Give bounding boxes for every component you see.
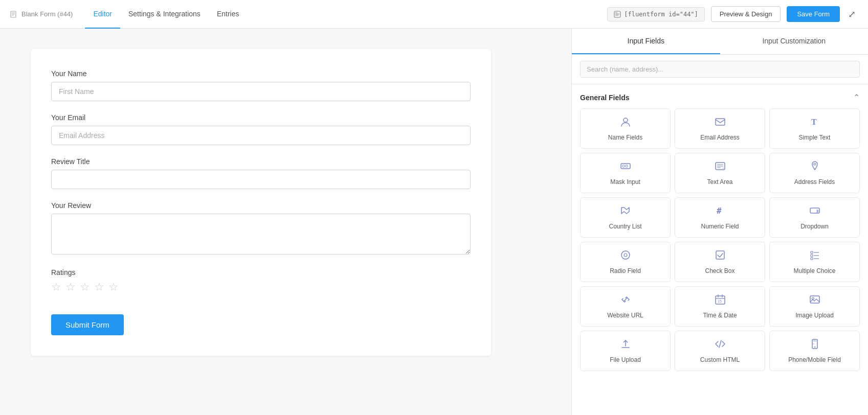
svg-rect-12 — [622, 165, 625, 167]
phone-field-label: Phone/Mobile Field — [788, 356, 841, 363]
nav-tabs: Editor Settings & Integrations Entries — [85, 0, 247, 29]
general-fields-title: General Fields — [580, 94, 629, 102]
website-url-label: Website URL — [607, 312, 643, 319]
star-5[interactable]: ☆ — [108, 281, 119, 294]
form-card: Your Name Your Email Review Title Your R… — [31, 49, 491, 356]
field-item-mask-input[interactable]: Mask Input — [580, 153, 671, 193]
top-nav: Blank Form (#44) Editor Settings & Integ… — [0, 0, 868, 29]
simple-text-icon: T — [809, 116, 820, 130]
mask-input-label: Mask Input — [610, 178, 640, 186]
field-item-country-list[interactable]: Country List — [580, 197, 671, 238]
field-item-address-fields[interactable]: Address Fields — [769, 153, 860, 193]
multiple-choice-label: Multiple Choice — [793, 267, 835, 274]
image-upload-icon — [809, 294, 820, 308]
tab-input-customization[interactable]: Input Customization — [720, 29, 869, 54]
star-4[interactable]: ☆ — [94, 281, 104, 294]
name-field-container: Your Name — [51, 70, 471, 101]
form-area: Your Name Your Email Review Title Your R… — [0, 29, 571, 415]
tab-editor[interactable]: Editor — [85, 0, 120, 29]
star-3[interactable]: ☆ — [80, 281, 90, 294]
panel-body: General Fields ⌃ Name Fields — [572, 84, 868, 415]
svg-point-37 — [812, 297, 814, 299]
field-item-email-address[interactable]: Email Address — [675, 108, 765, 149]
review-title-label: Review Title — [51, 157, 471, 166]
review-textarea[interactable] — [51, 214, 471, 255]
shortcode-icon — [614, 11, 621, 18]
field-item-image-upload[interactable]: Image Upload — [769, 286, 860, 327]
field-item-numeric-field[interactable]: # Numeric Field — [675, 197, 765, 238]
star-1[interactable]: ☆ — [51, 281, 61, 294]
main-layout: Your Name Your Email Review Title Your R… — [0, 29, 868, 415]
email-input[interactable] — [51, 126, 471, 145]
svg-line-30 — [624, 298, 627, 301]
brand: Blank Form (#44) — [10, 10, 73, 18]
expand-button[interactable]: ⤢ — [846, 7, 858, 22]
svg-point-21 — [621, 251, 630, 259]
field-item-check-box[interactable]: Check Box — [675, 242, 765, 282]
field-item-custom-html[interactable]: Custom HTML — [675, 331, 765, 371]
star-2[interactable]: ☆ — [65, 281, 76, 294]
phone-field-icon — [809, 338, 820, 352]
svg-text:15: 15 — [718, 299, 722, 303]
ratings-field-container: Ratings ☆ ☆ ☆ ☆ ☆ — [51, 268, 471, 294]
nav-actions: [fluentform id="44"] Preview & Design Sa… — [607, 6, 858, 22]
field-item-radio-field[interactable]: Radio Field — [580, 242, 671, 282]
field-item-text-area[interactable]: Text Area — [675, 153, 765, 193]
ratings-label: Ratings — [51, 268, 471, 276]
tab-settings[interactable]: Settings & Integrations — [120, 0, 209, 29]
field-item-phone-field[interactable]: Phone/Mobile Field — [769, 331, 860, 371]
brand-icon — [10, 10, 18, 18]
address-fields-icon — [809, 160, 820, 174]
svg-line-40 — [719, 340, 721, 348]
field-item-website-url[interactable]: Website URL — [580, 286, 671, 327]
svg-point-18 — [814, 163, 816, 165]
field-item-simple-text[interactable]: T Simple Text — [769, 108, 860, 149]
email-address-icon — [715, 116, 726, 130]
svg-rect-24 — [811, 251, 813, 253]
svg-rect-26 — [811, 255, 813, 257]
fields-grid: Name Fields Email Address — [580, 108, 860, 371]
submit-form-button[interactable]: Submit Form — [51, 314, 124, 335]
dropdown-icon — [809, 205, 820, 219]
tab-input-fields[interactable]: Input Fields — [572, 29, 720, 54]
panel-search-container — [572, 55, 868, 84]
name-input[interactable] — [51, 82, 471, 101]
preview-design-button[interactable]: Preview & Design — [711, 6, 781, 22]
name-fields-label: Name Fields — [608, 134, 642, 141]
radio-field-icon — [620, 249, 631, 263]
simple-text-label: Simple Text — [799, 134, 831, 141]
svg-text:#: # — [717, 206, 722, 216]
email-label: Your Email — [51, 113, 471, 122]
tab-entries[interactable]: Entries — [209, 0, 248, 29]
numeric-field-label: Numeric Field — [701, 223, 739, 230]
website-url-icon — [620, 294, 631, 308]
country-list-label: Country List — [609, 223, 641, 230]
field-item-multiple-choice[interactable]: Multiple Choice — [769, 242, 860, 282]
field-item-name-fields[interactable]: Name Fields — [580, 108, 671, 149]
field-item-time-date[interactable]: 15 Time & Date — [675, 286, 765, 327]
right-panel: Input Fields Input Customization General… — [571, 29, 868, 415]
review-label: Your Review — [51, 201, 471, 210]
name-label: Your Name — [51, 70, 471, 78]
section-toggle-icon[interactable]: ⌃ — [853, 93, 860, 102]
country-list-icon — [620, 205, 631, 219]
field-item-dropdown[interactable]: Dropdown — [769, 197, 860, 238]
svg-rect-9 — [716, 119, 725, 125]
shortcode-box: [fluentform id="44"] — [607, 7, 705, 21]
multiple-choice-icon — [809, 249, 820, 263]
dropdown-label: Dropdown — [800, 223, 829, 230]
file-upload-icon — [620, 338, 631, 352]
email-field-container: Your Email — [51, 113, 471, 145]
general-fields-header: General Fields ⌃ — [580, 93, 860, 102]
svg-text:T: T — [811, 118, 817, 126]
field-item-file-upload[interactable]: File Upload — [580, 331, 671, 371]
save-form-button[interactable]: Save Form — [787, 6, 840, 22]
svg-point-22 — [624, 253, 627, 257]
review-title-input[interactable] — [51, 170, 471, 189]
svg-point-8 — [624, 118, 628, 122]
file-upload-label: File Upload — [610, 356, 641, 363]
search-input[interactable] — [580, 61, 860, 78]
time-date-label: Time & Date — [703, 312, 737, 319]
svg-rect-28 — [811, 258, 813, 260]
time-date-icon: 15 — [715, 294, 726, 308]
